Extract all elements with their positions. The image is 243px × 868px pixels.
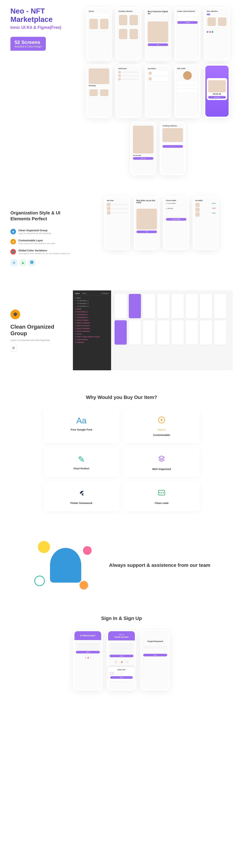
why-grid: AaFree Google Font OrganizedCustomizable… xyxy=(43,409,200,512)
color-icon: 🌐 xyxy=(10,249,16,254)
badge-text: Beautiful & Clean Design xyxy=(14,45,42,48)
phone-mockup: Trending Collection● xyxy=(160,122,186,175)
layer-row: # History Transaction xyxy=(75,330,109,333)
android-icon: ▲ xyxy=(20,259,26,266)
s3-title: Clean Organized Group xyxy=(10,323,66,337)
phone-title: New collection xyxy=(207,10,227,12)
layer-row: # Splash xyxy=(75,308,109,310)
phone-title: Forgot Password xyxy=(143,640,167,642)
feature-title: Clean Organized Group xyxy=(19,229,51,232)
layer-name: History Transaction xyxy=(77,330,90,332)
s3-desc: Layer & Component are well Organized xyxy=(10,339,66,341)
phone-title: Ntoaspaq xyxy=(89,85,109,87)
phone-mockup: My Order xyxy=(104,196,130,250)
layer-name: On Boarding 2.1 xyxy=(77,311,88,313)
layer-name: History Transaction xyxy=(77,325,90,327)
otp-title: Enter OTP xyxy=(110,669,133,671)
badge-number: 52 Screens xyxy=(14,39,42,45)
phone-title: Create a New Password xyxy=(177,10,198,12)
layer-name: Profile / Product Review / Privacy xyxy=(77,336,100,338)
feature-desc: Use Popular Color Variation So you can c… xyxy=(19,252,70,255)
phone-btn: Connect Wallet xyxy=(166,218,186,221)
layer-name: On Boarding 1.1 xyxy=(77,300,89,302)
why-card: ✎Pixel Perfect xyxy=(43,447,119,477)
phone-title: Trending Collection xyxy=(162,125,183,127)
why-card: OrganizedCustomizable xyxy=(124,409,200,443)
s2-phone-grid: My Order Best Seller can be find easily●… xyxy=(90,196,233,250)
phone-mockup: Choise Wallet◆Connect Wallet◆MetamaskCon… xyxy=(163,196,189,250)
figma-icon xyxy=(10,345,17,351)
phone-mockup: New collectionArt xyxy=(204,7,230,61)
layer-row: # Privacy xyxy=(75,333,109,335)
layer-name: On Boarding 1.2 xyxy=(77,303,89,304)
phone-sub: Sign Up xyxy=(110,633,133,635)
feature-item: 🌐 Global Color VariationsUse Popular Col… xyxy=(10,249,80,255)
art-name: Pit.camp 0867 xyxy=(133,155,153,156)
support-text: Always support & assistence from our tea… xyxy=(109,562,210,568)
shape-icon xyxy=(34,576,45,586)
layer-icon: ◈ xyxy=(10,239,16,244)
phone-title: Edit Profile xyxy=(177,68,198,69)
phone-title: Create Account xyxy=(110,636,133,638)
layer-row: # History Transaction xyxy=(75,321,109,324)
signup-btn: Sign up xyxy=(110,655,133,657)
why-card: Clean code xyxy=(124,482,200,512)
phone-title: My Order xyxy=(107,199,127,202)
verify-btn: Verify xyxy=(110,676,133,679)
flutter-icon xyxy=(77,489,86,499)
code-icon xyxy=(157,489,166,499)
phone-mockup: Pit.camp 0867Buy now xyxy=(130,122,156,175)
screens-badge: 52 Screens Beautiful & Clean Design xyxy=(10,37,46,51)
svg-point-0 xyxy=(12,347,13,347)
phone-title: Best Seller can be find easily xyxy=(136,199,157,204)
layers-panel: LayersAssetsUI Design ▾ ▸ Pages — On Boa… xyxy=(73,290,111,370)
shape-icon xyxy=(80,581,88,590)
phone-mockup: Notification xyxy=(115,64,142,118)
layer-row: # History Transaction xyxy=(75,327,109,330)
layer-row: ▸ Pages xyxy=(75,297,109,299)
layer-name: History Transaction xyxy=(77,322,90,324)
phone-title: Notification xyxy=(118,68,139,69)
signin-title: Sign In & Sign Up xyxy=(10,616,233,621)
svg-point-3 xyxy=(14,347,14,348)
why-label: Flutter framework xyxy=(70,501,92,504)
layer-row: # Notification xyxy=(75,341,109,344)
phone-title: Choise Wallet xyxy=(166,199,186,202)
layer-row: — On Boarding 1.1 xyxy=(75,299,109,302)
org-title: Organization Style & UI Elements Perfect xyxy=(10,210,80,222)
shape-icon xyxy=(38,541,50,553)
phone-btn: Continue xyxy=(177,21,198,24)
why-title: Why Would you Buy Our Item? xyxy=(10,395,233,400)
phone-btn: ●●● xyxy=(136,230,157,233)
svg-point-2 xyxy=(12,347,13,348)
phone-mockup: My Wallet+3,842°-3,842°+3,842° xyxy=(193,196,219,250)
hero-title: Neo - NFT Marketplace xyxy=(10,7,77,24)
layer-row: # On Boarding 2.2 xyxy=(75,313,109,316)
phone-title: Hi, Wilcome Back! xyxy=(76,635,99,637)
person-icon xyxy=(50,548,81,583)
phone-mockup: Best Collection Digital Art●●● xyxy=(145,7,171,61)
feature-title: Global Color Variations xyxy=(19,249,70,252)
phone-mockup: Forgot PasswordSend xyxy=(141,630,170,690)
phone-title: Top Sellers xyxy=(148,68,168,69)
group-icon: ◉ xyxy=(10,229,16,235)
why-card: Flutter framework xyxy=(43,482,119,512)
layer-row: # On Boarding 2.1 xyxy=(75,310,109,313)
layer-row: # On Boarding 2.3 xyxy=(75,316,109,319)
layer-name: On Boarding 2.2 xyxy=(77,314,88,315)
ionic-icon: ⊚ xyxy=(10,259,18,266)
phone-mockup: Edit Profile xyxy=(175,64,201,118)
phone-btn: ● xyxy=(162,145,183,148)
figma-screenshot: LayersAssetsUI Design ▾ ▸ Pages — On Boa… xyxy=(73,290,233,370)
layer-name: Notification xyxy=(77,341,84,343)
place-bid-btn: Place Bid xyxy=(208,96,226,99)
layer-name: Privacy xyxy=(77,333,82,335)
why-label: Free Google Font xyxy=(71,428,92,431)
send-btn: Send xyxy=(143,654,167,656)
phone-mockup: 102.20 ethPlace Bid xyxy=(204,64,230,118)
layer-name: Splash xyxy=(77,308,82,310)
font-icon: Aa xyxy=(77,416,87,425)
phone-btn: Buy now xyxy=(133,157,153,160)
phone-title: Search xyxy=(89,10,109,12)
phone-title: My Wallet xyxy=(195,199,216,202)
